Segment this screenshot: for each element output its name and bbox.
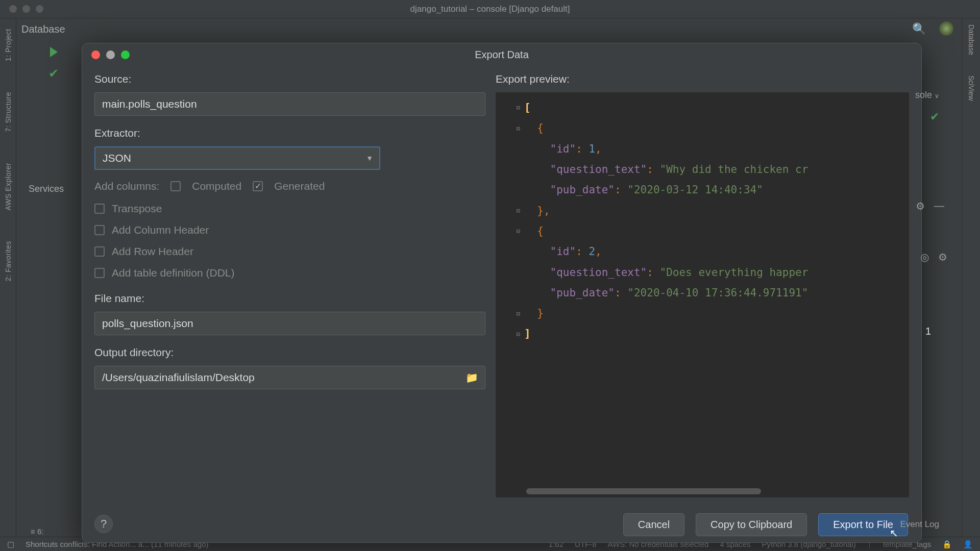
copy-to-clipboard-button[interactable]: Copy to Clipboard: [696, 513, 807, 536]
transpose-checkbox[interactable]: [94, 204, 105, 214]
dialog-footer: ? Cancel Copy to Clipboard Export to Fil…: [82, 507, 921, 542]
right-tool-gutter: Database SciView: [962, 18, 980, 537]
left-tool-gutter: 1: Project 7: Structure AWS Explorer 2: …: [0, 18, 16, 537]
hidden-console-label: sole ∨: [915, 90, 939, 101]
extractor-label: Extractor:: [94, 127, 485, 139]
add-ddl-checkbox[interactable]: [94, 268, 105, 278]
gutter-item-project[interactable]: 1: Project: [4, 29, 12, 61]
inspector-icon[interactable]: 👤: [963, 540, 973, 549]
dialog-traffic-lights: [91, 51, 130, 59]
export-preview[interactable]: ⊟[ ⊟ { "id": 1, "question_text": "Why di…: [496, 92, 909, 497]
output-dir-input[interactable]: [94, 366, 485, 389]
file-name-label: File name:: [94, 292, 485, 305]
help-button[interactable]: ?: [94, 515, 113, 533]
hidden-row-count: 1: [925, 325, 931, 337]
zoom-window-icon[interactable]: [36, 5, 43, 13]
source-label: Source:: [94, 73, 485, 85]
gear-icon[interactable]: ⚙: [938, 251, 947, 263]
dialog-zoom-icon[interactable]: [121, 51, 130, 59]
editor-area: Database 🔍 ✔ Export Data Source:: [16, 18, 962, 537]
dialog-close-icon[interactable]: [91, 51, 100, 59]
services-toolbar-hidden-2: ◎ ⚙: [920, 251, 947, 263]
user-avatar[interactable]: [939, 21, 953, 36]
export-data-dialog: Export Data Source: Extractor: ▼ Add col…: [82, 43, 922, 543]
preview-horizontal-scrollbar[interactable]: [526, 488, 903, 494]
output-dir-label: Output directory:: [94, 346, 485, 359]
computed-label: Computed: [192, 180, 241, 192]
add-column-header-checkbox[interactable]: [94, 225, 105, 235]
database-panel-label[interactable]: Database: [21, 23, 65, 35]
terminal-line-indicator: ≡ 6:: [31, 527, 43, 536]
add-row-header-label: Add Row Header: [112, 245, 193, 258]
search-icon[interactable]: 🔍: [912, 22, 926, 36]
macos-traffic-lights: [9, 5, 43, 13]
dialog-minimize-icon: [106, 51, 115, 59]
add-columns-label: Add columns:: [94, 180, 159, 192]
add-ddl-label: Add table definition (DDL): [112, 267, 234, 279]
check-icon: ✔: [930, 110, 939, 123]
gutter-item-sciview[interactable]: SciView: [967, 76, 975, 101]
dialog-left-panel: Source: Extractor: ▼ Add columns: Comput…: [82, 70, 496, 507]
generated-checkbox[interactable]: [253, 181, 263, 191]
extractor-value[interactable]: [94, 146, 380, 170]
top-panel-tabs: Database 🔍: [16, 18, 962, 40]
preview-label: Export preview:: [496, 73, 909, 85]
add-row-header-checkbox[interactable]: [94, 246, 105, 257]
run-icon[interactable]: [50, 47, 58, 57]
window-title: django_tutorial – console [Django defaul…: [410, 4, 570, 14]
cancel-button[interactable]: Cancel: [623, 513, 684, 536]
file-name-input[interactable]: [94, 312, 485, 335]
dialog-right-panel: Export preview: ⊟[ ⊟ { "id": 1, "questio…: [496, 70, 921, 507]
services-label-left[interactable]: Services: [29, 184, 64, 194]
generated-label: Generated: [274, 180, 325, 192]
computed-checkbox[interactable]: [170, 181, 181, 191]
gear-icon[interactable]: ⚙: [916, 200, 925, 212]
extractor-select[interactable]: ▼: [94, 146, 380, 170]
window-title-bar: django_tutorial – console [Django defaul…: [0, 0, 980, 18]
gutter-item-favorites[interactable]: 2: Favorites: [4, 241, 12, 281]
minimize-window-icon[interactable]: [22, 5, 30, 13]
minimize-icon[interactable]: —: [934, 200, 944, 212]
commit-check-icon[interactable]: ✔: [48, 66, 59, 81]
dialog-title-bar: Export Data: [82, 43, 921, 66]
target-icon[interactable]: ◎: [920, 251, 929, 263]
transpose-label: Transpose: [112, 203, 162, 215]
source-input[interactable]: [94, 92, 485, 116]
export-to-file-button[interactable]: Export to File: [818, 513, 908, 536]
status-left-icon[interactable]: ▢: [7, 540, 14, 549]
run-toolbar: ✔: [41, 40, 66, 537]
lock-icon[interactable]: 🔒: [942, 540, 952, 549]
add-column-header-label: Add Column Header: [112, 224, 209, 236]
event-log-label[interactable]: Event Log: [900, 519, 939, 530]
gutter-item-structure[interactable]: 7: Structure: [4, 92, 12, 132]
gutter-item-database[interactable]: Database: [967, 24, 975, 55]
close-window-icon[interactable]: [9, 5, 17, 13]
services-toolbar-hidden: ⚙ —: [916, 200, 944, 212]
dialog-title: Export Data: [475, 49, 529, 61]
gutter-item-aws-explorer[interactable]: AWS Explorer: [4, 163, 12, 210]
